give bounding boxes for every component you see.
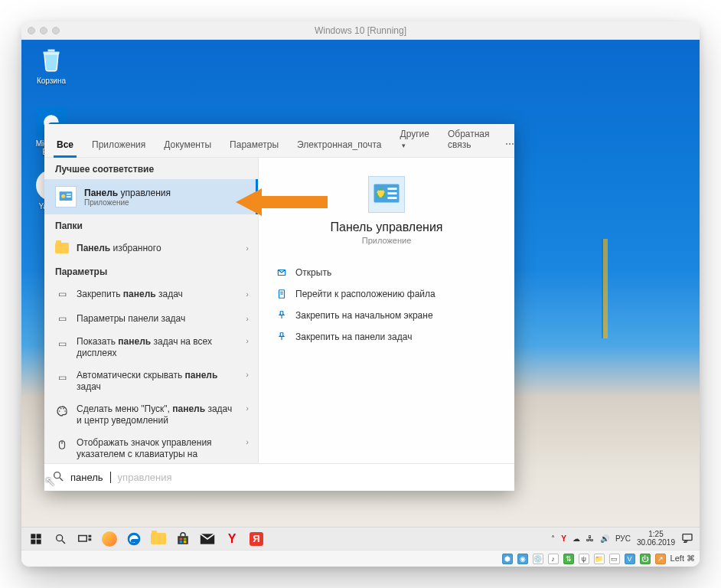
svg-point-5	[60, 408, 62, 410]
svg-rect-31	[79, 535, 87, 541]
result-folder[interactable]: Панель избранного ›	[44, 236, 258, 260]
svg-rect-16	[388, 192, 397, 194]
vm-usb-icon[interactable]: ψ	[579, 554, 589, 564]
result-setting-label: Сделать меню "Пуск", панель задач и цент…	[77, 403, 238, 426]
taskbar-app-mail[interactable]	[196, 529, 219, 549]
result-folder-label: Панель избранного	[77, 243, 238, 254]
action-label: Закрепить на панели задач	[295, 332, 412, 342]
svg-rect-28	[37, 539, 41, 544]
vm-disk-icon[interactable]: ◉	[517, 554, 528, 564]
result-setting[interactable]: Отображать значок управления указателем …	[44, 432, 258, 463]
vm-audio-icon[interactable]: ♪	[548, 554, 559, 564]
vm-mouse-integration-icon[interactable]: ↗	[655, 554, 666, 564]
result-setting-label: Параметры панели задач	[77, 313, 238, 325]
svg-rect-27	[31, 539, 35, 544]
section-header-best-match: Лучшее соответствие	[44, 158, 258, 179]
chevron-right-icon: ›	[246, 314, 249, 323]
tray-volume-icon[interactable]: 🔊	[600, 534, 609, 543]
svg-rect-36	[180, 537, 183, 540]
vm-recording-icon[interactable]: V	[625, 554, 635, 564]
result-best-match[interactable]: Панель управления Приложение	[44, 179, 258, 214]
result-setting[interactable]: ▭ Автоматически скрывать панель задач ›	[44, 364, 258, 398]
tray-network-icon[interactable]: 🖧	[586, 534, 594, 543]
task-view-button[interactable]	[73, 529, 96, 549]
action-pin-to-taskbar[interactable]: Закрепить на панели задач	[274, 326, 499, 348]
vm-network-icon[interactable]: ⇅	[563, 554, 574, 564]
folder-icon	[55, 241, 69, 255]
tab-feedback[interactable]: Обратная связь	[439, 121, 499, 157]
taskbar-icon: ▭	[55, 287, 69, 301]
open-icon	[276, 266, 288, 279]
tray-language[interactable]: РУС	[615, 534, 631, 543]
svg-rect-41	[683, 534, 692, 540]
svg-rect-0	[60, 191, 73, 201]
tab-apps[interactable]: Приложения	[83, 132, 155, 157]
chevron-right-icon: ›	[246, 336, 249, 345]
tab-more[interactable]: Другие ▾	[391, 121, 439, 157]
svg-rect-38	[180, 541, 183, 543]
chevron-right-icon: ›	[246, 437, 249, 446]
best-match-title: Панель управления	[84, 188, 171, 198]
vm-display-icon[interactable]: ▭	[609, 554, 620, 564]
result-setting-label: Показать панель задач на всех дисплеях	[77, 336, 238, 359]
result-setting[interactable]: ▭ Закрепить панель задач ›	[44, 282, 258, 306]
detail-title: Панель управления	[274, 220, 499, 234]
taskbar-app-edge[interactable]	[122, 529, 145, 549]
host-window-title: Windows 10 [Running]	[21, 25, 700, 36]
action-label: Перейти к расположению файла	[295, 289, 436, 299]
tray-clock[interactable]: 1:25 30.06.2019	[637, 531, 675, 547]
section-header-settings: Параметры	[44, 260, 258, 282]
result-detail-pane: Панель управления Приложение Открыть Пер…	[259, 158, 514, 463]
result-setting[interactable]: ▭ Показать панель задач на всех дисплеях…	[44, 331, 258, 364]
svg-point-29	[57, 534, 63, 541]
search-query-typed: панель	[70, 472, 103, 483]
action-open-file-location[interactable]: Перейти к расположению файла	[274, 283, 499, 305]
desktop-icon-recycle-bin[interactable]: Корзина	[28, 44, 75, 85]
svg-rect-15	[388, 188, 397, 190]
action-open[interactable]: Открыть	[274, 262, 499, 283]
pin-taskbar-icon	[276, 331, 288, 343]
chevron-right-icon: ›	[246, 243, 249, 253]
taskbar-app-store[interactable]	[171, 529, 194, 549]
tab-settings[interactable]: Параметры	[220, 132, 288, 157]
control-panel-large-icon	[368, 176, 405, 213]
tray-chevron-up-icon[interactable]: ˄	[551, 534, 555, 543]
tabs-overflow-icon[interactable]: ⋯	[499, 131, 522, 157]
host-window: Windows 10 [Running] Корзина Microsoft E…	[21, 21, 700, 567]
vm-indicator-icon[interactable]: ⬢	[502, 554, 513, 564]
vm-status-bar: ⬢ ◉ 💿 ♪ ⇅ ψ 📁 ▭ V ⏻ ↗ Left ⌘	[21, 550, 700, 567]
guest-desktop[interactable]: Корзина Microsoft Edge Y Yandex Все Прил…	[21, 40, 700, 550]
taskbar-icon: ▭	[55, 312, 69, 325]
tab-email[interactable]: Электронная_почта	[288, 132, 390, 157]
taskbar-search-button[interactable]	[49, 529, 72, 549]
svg-rect-17	[388, 197, 397, 199]
vm-optical-icon[interactable]: 💿	[533, 554, 543, 564]
tray-action-center-icon[interactable]	[681, 532, 693, 546]
tray-date: 30.06.2019	[637, 539, 675, 547]
tray-onedrive-icon[interactable]: ☁	[573, 534, 580, 543]
taskbar-app-yandex[interactable]	[98, 529, 121, 549]
tab-all[interactable]: Все	[47, 132, 83, 157]
system-tray[interactable]: ˄ Y ☁ 🖧 🔊 РУС 1:25 30.06.2019	[551, 531, 697, 547]
search-query-suggestion: управления	[118, 472, 172, 483]
taskbar-app-explorer[interactable]	[147, 529, 170, 549]
start-button[interactable]	[24, 529, 47, 549]
taskbar-app-yandex-red[interactable]: Я	[245, 529, 268, 549]
tab-documents[interactable]: Документы	[155, 132, 220, 157]
text-cursor	[110, 472, 111, 483]
search-input[interactable]: панель управления	[44, 463, 514, 491]
search-icon	[52, 470, 64, 485]
taskbar-app-yandex-browser[interactable]: Y	[220, 529, 243, 549]
svg-rect-25	[31, 534, 35, 538]
result-setting[interactable]: Сделать меню "Пуск", панель задач и цент…	[44, 398, 258, 432]
vm-shared-folder-icon[interactable]: 📁	[594, 554, 605, 564]
chevron-down-icon: ▾	[402, 142, 406, 149]
result-setting[interactable]: ▭ Параметры панели задач ›	[44, 306, 258, 331]
action-pin-to-start[interactable]: Закрепить на начальном экране	[274, 305, 499, 326]
desktop-icon-label: Корзина	[37, 77, 66, 85]
action-label: Закрепить на начальном экране	[295, 310, 433, 321]
vm-power-icon[interactable]: ⏻	[640, 554, 651, 564]
tray-yandex-icon[interactable]: Y	[561, 534, 566, 543]
recycle-bin-icon	[36, 44, 67, 75]
mouse-icon	[55, 438, 69, 452]
